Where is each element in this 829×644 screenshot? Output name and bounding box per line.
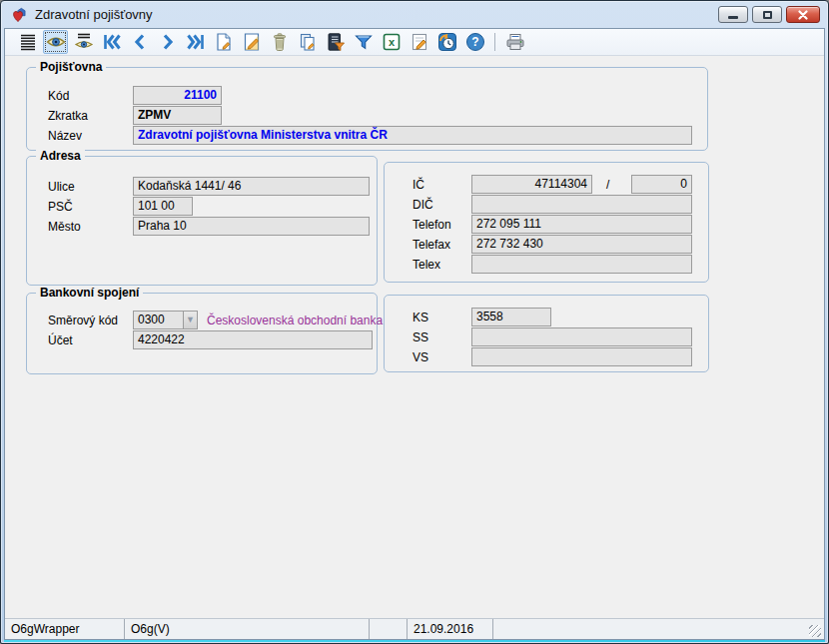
new-record-icon	[214, 32, 234, 52]
eye-icon	[46, 32, 66, 52]
history-icon	[437, 32, 457, 52]
filter-icon	[354, 32, 374, 52]
telex-label: Telex	[413, 256, 440, 275]
app-icon	[11, 7, 29, 23]
help-icon: ?	[465, 32, 485, 52]
vs-field[interactable]	[471, 347, 692, 366]
minimize-button[interactable]	[718, 6, 748, 23]
filter-form-button[interactable]	[323, 30, 348, 54]
statusbar-module-cell: O6g(V)	[125, 619, 370, 639]
ic-field[interactable]: 47114304	[471, 175, 592, 194]
print-icon	[505, 32, 525, 52]
last-record-button[interactable]	[183, 30, 208, 54]
groupbox-kontakt: IČ 47114304 / 0 DIČ Telefon 272 095 111 …	[384, 162, 709, 283]
nazev-label: Název	[48, 127, 82, 146]
edit-record-icon	[242, 32, 262, 52]
close-icon	[798, 10, 808, 20]
help-button[interactable]: ?	[462, 30, 487, 54]
banka-nazev-text: Československá obchodní banka	[207, 312, 383, 330]
next-record-button[interactable]	[155, 30, 180, 54]
ucet-field[interactable]: 4220422	[133, 330, 373, 349]
dropdown-arrow-icon: ▼	[186, 316, 195, 324]
previous-record-button[interactable]	[127, 30, 152, 54]
next-record-icon	[158, 32, 178, 52]
resize-grip[interactable]	[809, 625, 821, 637]
titlebar: Zdravotní pojišťovny	[4, 1, 825, 28]
telex-field[interactable]	[471, 255, 692, 274]
ks-field[interactable]: 3558	[471, 308, 551, 326]
eye-lines-icon	[74, 32, 94, 52]
view-summary-button[interactable]	[71, 30, 96, 54]
zkratka-field[interactable]: ZPMV	[133, 106, 222, 125]
window-controls	[718, 6, 820, 23]
telefon-field[interactable]: 272 095 111	[471, 215, 692, 234]
edit-record-button[interactable]	[239, 30, 264, 54]
groupbox-adresa: Adresa Ulice Kodaňská 1441/ 46 PSČ 101 0…	[26, 156, 378, 286]
history-button[interactable]	[434, 30, 459, 54]
edit-document-button[interactable]	[407, 30, 431, 54]
ss-field[interactable]	[471, 327, 692, 346]
window-title: Zdravotní pojišťovny	[35, 7, 718, 22]
telefax-label: Telefax	[413, 236, 450, 255]
psc-field[interactable]: 101 00	[133, 197, 193, 216]
groupbox-banka: Bankovní spojení Směrový kód 0300 ▼ Česk…	[26, 293, 378, 374]
window-frame-edge	[4, 642, 825, 643]
groupbox-banka-legend: Bankovní spojení	[36, 286, 143, 300]
export-excel-button[interactable]: x	[379, 30, 404, 54]
smerovy-kod-field[interactable]: 0300	[133, 311, 184, 329]
copy-record-button[interactable]	[295, 30, 320, 54]
groupbox-symboly: KS 3558 SS VS	[384, 295, 709, 372]
ic-separator: /	[606, 176, 609, 195]
ulice-label: Ulice	[48, 178, 75, 197]
copy-record-icon	[298, 32, 318, 52]
statusbar-app-cell: O6gWrapper	[5, 619, 125, 639]
statusbar-cell-5	[493, 619, 824, 639]
statusbar-cell-3	[370, 619, 408, 639]
print-button[interactable]	[502, 30, 527, 54]
groupbox-pojistovna: Pojišťovna Kód 21100 Zkratka ZPMV Název …	[26, 67, 708, 151]
ic-suffix-field[interactable]: 0	[631, 175, 692, 194]
export-excel-icon: x	[382, 32, 402, 52]
kod-field[interactable]: 21100	[133, 86, 222, 105]
ucet-label: Účet	[48, 331, 73, 350]
delete-record-icon	[270, 32, 290, 52]
ulice-field[interactable]: Kodaňská 1441/ 46	[133, 177, 370, 196]
kod-label: Kód	[48, 87, 69, 106]
record-form: Pojišťovna Kód 21100 Zkratka ZPMV Název …	[5, 56, 824, 618]
ic-label: IČ	[413, 176, 424, 195]
delete-record-button[interactable]	[267, 30, 292, 54]
smerovy-kod-dropdown-button[interactable]: ▼	[183, 311, 198, 329]
vs-label: VS	[413, 348, 428, 367]
statusbar: O6gWrapper O6g(V) 21.09.2016	[5, 618, 824, 639]
telefon-label: Telefon	[413, 216, 451, 235]
ks-label: KS	[413, 309, 428, 327]
svg-text:?: ?	[471, 35, 478, 49]
list-button[interactable]	[15, 30, 40, 54]
toolbar-separator	[494, 33, 495, 51]
close-button[interactable]	[786, 6, 820, 23]
client-area: x	[4, 28, 825, 640]
psc-label: PSČ	[48, 198, 73, 217]
app-window: Zdravotní pojišťovny	[0, 0, 829, 644]
dic-field[interactable]	[471, 195, 692, 214]
mesto-label: Město	[48, 218, 81, 237]
zkratka-label: Zkratka	[48, 107, 88, 126]
mesto-field[interactable]: Praha 10	[133, 217, 370, 236]
filter-form-icon	[326, 32, 346, 52]
first-record-button[interactable]	[99, 30, 124, 54]
groupbox-adresa-legend: Adresa	[36, 149, 85, 163]
previous-record-icon	[130, 32, 150, 52]
groupbox-pojistovna-legend: Pojišťovna	[36, 60, 106, 74]
first-record-icon	[102, 32, 122, 52]
view-record-button[interactable]	[43, 30, 68, 54]
list-icon	[18, 32, 38, 52]
smerovy-kod-label: Směrový kód	[48, 312, 118, 330]
last-record-icon	[186, 32, 206, 52]
filter-button[interactable]	[351, 30, 376, 54]
new-record-button[interactable]	[211, 30, 236, 54]
svg-text:x: x	[388, 36, 395, 48]
maximize-button[interactable]	[752, 6, 782, 23]
toolbar: x	[5, 29, 824, 56]
nazev-field[interactable]: Zdravotní pojišťovna Ministerstva vnitra…	[133, 126, 692, 145]
telefax-field[interactable]: 272 732 430	[471, 235, 692, 254]
